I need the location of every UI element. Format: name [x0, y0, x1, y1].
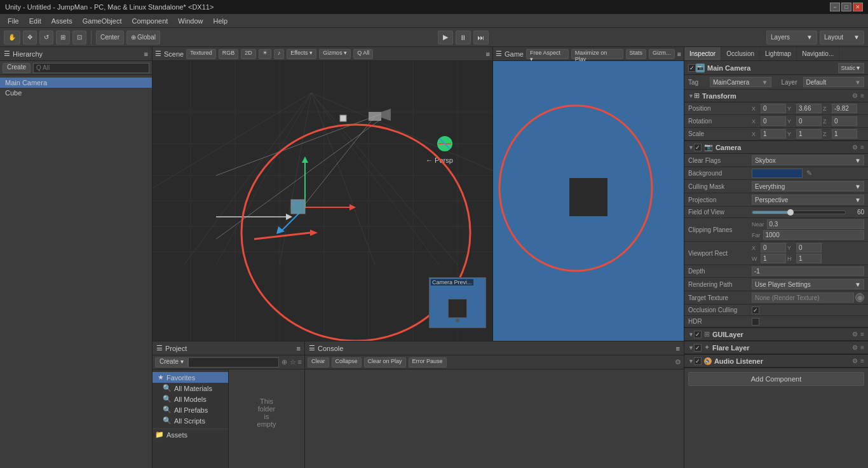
camera-settings-icon[interactable]: ⚙ [852, 144, 858, 151]
hand-tool-button[interactable]: ✋ [4, 31, 20, 45]
audio-header[interactable]: ▼ 🔊 Audio Listener ⚙ ≡ [684, 355, 868, 368]
menu-gameobject[interactable]: GameObject [78, 16, 127, 26]
scene-search-button[interactable]: Q All [353, 49, 373, 59]
layout-dropdown[interactable]: Layout ▼ [820, 31, 864, 45]
guilayer-overflow-icon[interactable]: ≡ [860, 331, 864, 338]
game-menu-icon[interactable]: ≡ [677, 50, 681, 58]
background-edit-icon[interactable]: ✎ [806, 169, 812, 177]
depth-input[interactable] [752, 266, 864, 276]
menu-window[interactable]: Window [173, 16, 208, 26]
console-menu-icon[interactable]: ≡ [676, 345, 680, 352]
center-toggle-button[interactable]: Center [96, 31, 124, 45]
occlusion-culling-checkbox[interactable] [752, 306, 759, 314]
scene-gizmos-button[interactable]: Gizmos ▾ [319, 49, 351, 59]
far-input[interactable] [763, 230, 865, 240]
add-component-button[interactable]: Add Component [688, 372, 864, 386]
project-all-materials[interactable]: 🔍 All Materials [153, 383, 228, 394]
projection-dropdown[interactable]: Perspective ▼ [752, 195, 864, 205]
project-all-prefabs[interactable]: 🔍 All Prefabs [153, 404, 228, 415]
project-create-button[interactable]: Create ▾ [155, 357, 188, 368]
rotation-y-input[interactable] [796, 116, 822, 126]
move-tool-button[interactable]: ✥ [23, 31, 37, 45]
project-assets-folder[interactable]: 📁 Assets [153, 429, 228, 440]
hdr-checkbox[interactable] [752, 318, 759, 326]
console-error-pause-button[interactable]: Error Pause [409, 357, 447, 368]
audio-settings-icon[interactable]: ⚙ [852, 357, 858, 364]
guilayer-header[interactable]: ▼ ⊞ GUILayer ⚙ ≡ [684, 328, 868, 341]
target-texture-select-button[interactable]: ◎ [855, 293, 864, 302]
step-button[interactable]: ⏭ [473, 31, 489, 45]
layer-dropdown[interactable]: Default ▼ [803, 77, 865, 87]
scene-lighting-button[interactable]: ☀ [259, 49, 271, 59]
scale-z-input[interactable] [832, 129, 857, 139]
close-button[interactable]: ✕ [853, 3, 863, 11]
fov-slider-bar[interactable] [752, 210, 846, 214]
flare-enabled-checkbox[interactable] [694, 344, 702, 352]
vp-w-input[interactable] [761, 254, 786, 263]
play-button[interactable]: ▶ [438, 31, 453, 45]
scene-menu-icon[interactable]: ≡ [486, 50, 490, 58]
game-aspect-button[interactable]: Free Aspect ▾ [526, 49, 569, 59]
console-clear-on-play-button[interactable]: Clear on Play [364, 357, 406, 368]
hierarchy-menu-icon[interactable]: ≡ [144, 50, 148, 58]
position-x-input[interactable] [761, 104, 786, 113]
object-active-checkbox[interactable] [688, 64, 696, 72]
rotate-tool-button[interactable]: ↺ [39, 31, 53, 45]
audio-enabled-checkbox[interactable] [694, 357, 702, 365]
pause-button[interactable]: ⏸ [456, 31, 471, 45]
hierarchy-item-cube[interactable]: Cube [0, 88, 152, 98]
game-gizmos-button[interactable]: Gizm... [649, 49, 675, 59]
guilayer-enabled-checkbox[interactable] [694, 331, 702, 338]
hierarchy-search-input[interactable] [33, 63, 149, 73]
maximize-button[interactable]: □ [841, 3, 851, 11]
hierarchy-create-button[interactable]: Create [3, 63, 31, 73]
project-all-scripts[interactable]: 🔍 All Scripts [153, 415, 228, 426]
fov-slider-handle[interactable] [787, 209, 794, 216]
project-all-models[interactable]: 🔍 All Models [153, 394, 228, 404]
background-color-swatch[interactable] [752, 169, 803, 178]
rendering-path-dropdown[interactable]: Use Player Settings ▼ [752, 279, 864, 289]
project-favorites-item[interactable]: ★ Favorites [153, 372, 228, 383]
tab-lightmap[interactable]: Lightmap [760, 47, 797, 60]
console-collapse-button[interactable]: Collapse [332, 357, 362, 368]
scale-y-input[interactable] [796, 129, 822, 139]
vp-x-input[interactable] [761, 243, 786, 252]
vp-h-input[interactable] [796, 254, 822, 263]
position-z-input[interactable] [832, 104, 857, 113]
console-settings-icon[interactable]: ⚙ [675, 358, 681, 366]
flare-header[interactable]: ▼ ✦ Flare Layer ⚙ ≡ [684, 341, 868, 354]
layers-dropdown[interactable]: Layers ▼ [766, 31, 817, 45]
minimize-button[interactable]: − [830, 3, 840, 11]
camera-overflow-icon[interactable]: ≡ [860, 144, 864, 151]
culling-mask-dropdown[interactable]: Everything ▼ [752, 181, 864, 191]
vp-y-input[interactable] [796, 243, 822, 252]
camera-enabled-checkbox[interactable] [694, 144, 702, 151]
menu-component[interactable]: Component [126, 16, 173, 26]
transform-overflow-icon[interactable]: ≡ [860, 92, 864, 99]
tab-occlusion[interactable]: Occlusion [721, 47, 760, 60]
scale-tool-button[interactable]: ⊞ [56, 31, 70, 45]
hierarchy-item-main-camera[interactable]: Main Camera [0, 78, 152, 88]
scene-2d-button[interactable]: 2D [241, 49, 256, 59]
scene-effects-button[interactable]: Effects ▾ [287, 49, 316, 59]
global-toggle-button[interactable]: ⊕ Global [126, 31, 160, 45]
game-maximize-button[interactable]: Maximize on Play [571, 49, 623, 59]
audio-overflow-icon[interactable]: ≡ [860, 357, 864, 364]
project-menu-icon[interactable]: ≡ [297, 345, 301, 352]
camera-header[interactable]: ▼ 📷 Camera ⚙ ≡ [684, 141, 868, 154]
flare-settings-icon[interactable]: ⚙ [852, 344, 858, 351]
menu-assets[interactable]: Assets [46, 16, 78, 26]
tab-inspector[interactable]: Inspector [684, 47, 721, 60]
near-input[interactable] [767, 219, 864, 229]
menu-file[interactable]: File [3, 16, 24, 26]
scene-audio-button[interactable]: ♪ [274, 49, 285, 59]
scene-canvas[interactable]: ← Persp [153, 61, 492, 341]
scene-rgb-button[interactable]: RGB [219, 49, 239, 59]
game-stats-button[interactable]: Stats [626, 49, 647, 59]
menu-help[interactable]: Help [208, 16, 233, 26]
flare-overflow-icon[interactable]: ≡ [860, 344, 864, 351]
static-badge[interactable]: Static ▼ [838, 63, 864, 73]
transform-header[interactable]: ▼ ⊞ Transform ⚙ ≡ [684, 90, 868, 102]
rotation-z-input[interactable] [832, 116, 857, 126]
guilayer-settings-icon[interactable]: ⚙ [852, 331, 858, 338]
